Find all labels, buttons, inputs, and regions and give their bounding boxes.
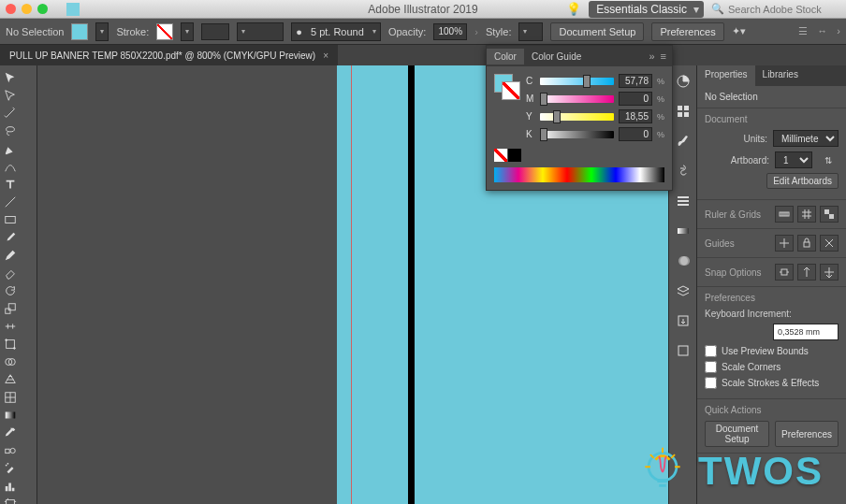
close-icon[interactable] bbox=[6, 4, 16, 14]
tab-libraries[interactable]: Libraries bbox=[755, 65, 806, 86]
free-transform-tool[interactable] bbox=[2, 336, 18, 352]
eyedropper-tool[interactable] bbox=[2, 425, 18, 440]
lasso-tool[interactable] bbox=[2, 122, 18, 138]
stroke-dropdown[interactable]: ▾ bbox=[181, 22, 194, 41]
stroke-swatch[interactable] bbox=[156, 23, 173, 40]
fill-swatch[interactable] bbox=[71, 23, 88, 40]
k-slider[interactable] bbox=[540, 131, 614, 138]
edit-artboards-button[interactable]: Edit Artboards bbox=[766, 173, 839, 189]
transparency-panel-icon[interactable] bbox=[675, 252, 692, 269]
artboards-panel-icon[interactable] bbox=[675, 342, 692, 359]
profile-dropdown[interactable]: ● 5 pt. Round ▾ bbox=[291, 22, 381, 41]
shape-builder-tool[interactable] bbox=[2, 353, 18, 369]
brushes-panel-icon[interactable] bbox=[675, 133, 692, 150]
guides-visibility-icon[interactable] bbox=[775, 235, 794, 252]
view-options-icon[interactable]: ↔ bbox=[817, 25, 827, 37]
color-panel-fillstroke[interactable] bbox=[494, 74, 520, 100]
ruler-toggle-icon[interactable] bbox=[775, 206, 794, 223]
magic-wand-tool[interactable] bbox=[2, 105, 18, 121]
snap-to-grid-icon[interactable] bbox=[820, 264, 839, 281]
snap-to-point-icon[interactable] bbox=[797, 264, 816, 281]
nav-right-icon[interactable]: › bbox=[837, 25, 840, 37]
stroke-panel-icon[interactable] bbox=[675, 193, 692, 209]
selection-tool[interactable] bbox=[2, 69, 18, 85]
stroke-weight-input[interactable] bbox=[201, 23, 229, 40]
search-input[interactable] bbox=[728, 4, 840, 15]
guides-lock-icon[interactable] bbox=[797, 235, 816, 252]
paintbrush-tool[interactable] bbox=[2, 229, 18, 245]
artboard-nav-icon[interactable]: ⇅ bbox=[818, 155, 839, 166]
align-menu-icon[interactable]: ✦▾ bbox=[732, 25, 746, 37]
zoom-icon[interactable] bbox=[37, 4, 48, 14]
document-setup-button[interactable]: Document Setup bbox=[550, 22, 644, 41]
type-tool[interactable] bbox=[2, 176, 18, 192]
direct-selection-tool[interactable] bbox=[2, 87, 18, 103]
gradient-tool[interactable] bbox=[2, 407, 18, 423]
qa-document-setup-button[interactable]: Document Setup bbox=[705, 421, 769, 447]
perspective-grid-tool[interactable] bbox=[2, 371, 18, 387]
asset-export-panel-icon[interactable] bbox=[675, 312, 692, 329]
panel-collapse-icon[interactable]: » bbox=[649, 50, 654, 62]
column-graph-tool[interactable] bbox=[2, 478, 18, 494]
units-select[interactable]: Millimeters bbox=[773, 130, 839, 147]
curvature-tool[interactable] bbox=[2, 158, 18, 174]
keyinc-input[interactable] bbox=[773, 324, 839, 340]
grid-toggle-icon[interactable] bbox=[797, 206, 816, 223]
opacity-input[interactable] bbox=[433, 23, 467, 40]
artboard-select[interactable]: 1 bbox=[775, 151, 812, 168]
c-value[interactable]: 57,78 bbox=[619, 74, 652, 88]
gradient-panel-icon[interactable] bbox=[675, 223, 692, 239]
blend-tool[interactable] bbox=[2, 442, 18, 458]
cb-scale-corners[interactable] bbox=[705, 361, 717, 373]
smart-guides-icon[interactable] bbox=[820, 235, 839, 252]
panel-menu-icon[interactable]: ≡ bbox=[661, 50, 666, 62]
m-slider[interactable] bbox=[540, 95, 614, 103]
y-value[interactable]: 18,55 bbox=[619, 109, 652, 123]
fill-dropdown[interactable]: ▾ bbox=[95, 22, 109, 41]
rotate-tool[interactable] bbox=[2, 282, 18, 298]
color-panel-stroke-swatch[interactable] bbox=[502, 81, 520, 100]
rectangle-tool[interactable] bbox=[2, 211, 18, 227]
home-icon[interactable] bbox=[66, 3, 80, 16]
none-swatch[interactable] bbox=[494, 149, 507, 162]
cb-scale-strokes[interactable] bbox=[705, 377, 717, 389]
close-tab-icon[interactable]: × bbox=[323, 50, 328, 61]
minimize-icon[interactable] bbox=[22, 4, 32, 14]
artboard-tool[interactable] bbox=[2, 496, 18, 504]
document-tab[interactable]: PULL UP BANNER TEMP 850X2200.pdf* @ 800%… bbox=[0, 45, 338, 65]
swatches-panel-icon[interactable] bbox=[675, 103, 692, 120]
k-value[interactable]: 0 bbox=[619, 127, 652, 141]
tab-properties[interactable]: Properties bbox=[697, 65, 755, 86]
pencil-tool[interactable] bbox=[2, 247, 18, 263]
scale-tool[interactable] bbox=[2, 300, 18, 316]
snap-to-pixel-icon[interactable] bbox=[775, 264, 794, 281]
m-value[interactable]: 0 bbox=[619, 92, 652, 106]
y-slider[interactable] bbox=[540, 113, 614, 121]
workspace-switcher[interactable]: Essentials Classic bbox=[589, 1, 704, 18]
cb-preview-bounds[interactable] bbox=[705, 345, 717, 357]
symbols-panel-icon[interactable] bbox=[675, 163, 692, 180]
layers-panel-icon[interactable] bbox=[675, 282, 692, 299]
qa-preferences-button[interactable]: Preferences bbox=[775, 421, 839, 447]
transparency-grid-icon[interactable] bbox=[820, 206, 839, 223]
brush-dropdown[interactable]: ▾ bbox=[237, 22, 284, 41]
expand-style-icon[interactable]: › bbox=[474, 26, 478, 37]
help-bulb-icon[interactable]: 💡 bbox=[566, 2, 581, 16]
mesh-tool[interactable] bbox=[2, 389, 18, 405]
style-dropdown[interactable]: ▾ bbox=[518, 22, 543, 41]
pen-tool[interactable] bbox=[2, 140, 18, 156]
eraser-tool[interactable] bbox=[2, 265, 18, 281]
tab-color-guide[interactable]: Color Guide bbox=[524, 49, 589, 65]
stock-search[interactable]: 🔍 bbox=[711, 3, 840, 15]
c-slider[interactable] bbox=[540, 78, 614, 85]
path-object[interactable] bbox=[408, 65, 415, 504]
preferences-button[interactable]: Preferences bbox=[651, 22, 723, 41]
symbol-sprayer-tool[interactable] bbox=[2, 460, 18, 476]
arrange-icon[interactable]: ☰ bbox=[798, 25, 808, 37]
width-tool[interactable] bbox=[2, 318, 18, 334]
color-panel[interactable]: Color Color Guide » ≡ C57,78% M0% Y18,55… bbox=[486, 45, 673, 191]
black-swatch[interactable] bbox=[508, 149, 521, 162]
tab-color[interactable]: Color bbox=[487, 49, 524, 65]
spectrum-picker[interactable] bbox=[494, 167, 664, 182]
line-tool[interactable] bbox=[2, 194, 18, 209]
